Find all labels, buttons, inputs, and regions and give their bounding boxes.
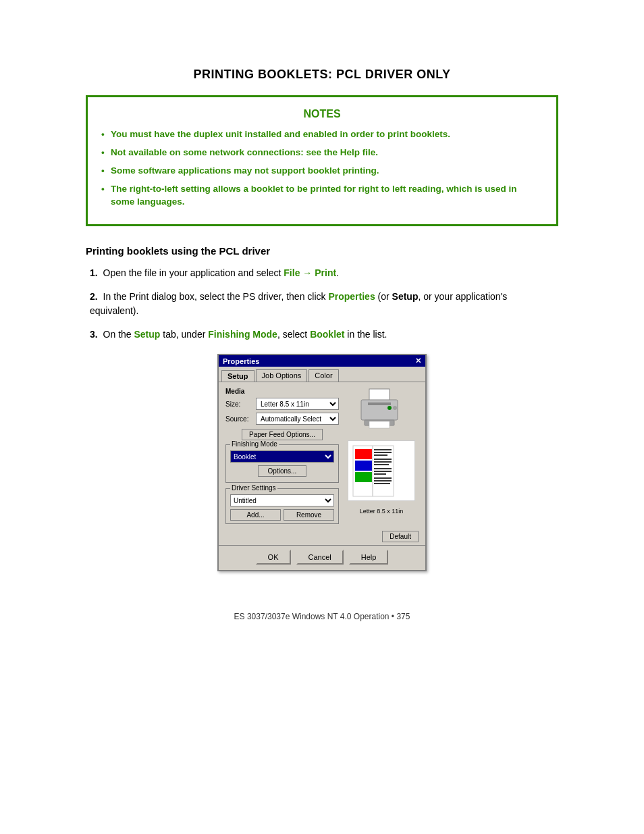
driver-settings-label: Driver Settings — [230, 484, 277, 492]
svg-rect-22 — [374, 483, 390, 484]
dialog-title: Properties — [223, 357, 259, 365]
dialog-content: Media Size: Letter 8.5 x 11in Source: Au… — [219, 382, 425, 529]
size-field-row: Size: Letter 8.5 x 11in — [225, 398, 339, 410]
page-footer: ES 3037/3037e Windows NT 4.0 Operation •… — [86, 612, 558, 642]
page-title: PRINTING BOOKLETS: PCL DRIVER ONLY — [86, 68, 558, 82]
step-3-num: 3. — [90, 329, 98, 340]
svg-point-6 — [393, 406, 397, 410]
steps-list: 1. Open the file in your application and… — [86, 266, 558, 342]
ok-button[interactable]: OK — [256, 550, 291, 565]
size-select[interactable]: Letter 8.5 x 11in — [256, 398, 339, 410]
dialog-footer: OK Cancel Help — [219, 545, 425, 570]
tab-color[interactable]: Color — [308, 369, 338, 382]
media-group-label: Media — [225, 388, 339, 395]
notes-heading: NOTES — [101, 108, 543, 120]
step-3-text-after: , select — [277, 329, 310, 340]
svg-rect-8 — [355, 449, 372, 459]
dialog-tabs: Setup Job Options Color — [219, 367, 425, 382]
dialog-wrapper: Properties ✕ Setup Job Options Color Med… — [86, 354, 558, 571]
finishing-mode-label: Finishing Mode — [230, 440, 279, 448]
svg-rect-2 — [368, 402, 391, 405]
svg-rect-12 — [374, 452, 392, 453]
svg-rect-20 — [374, 477, 392, 479]
note-item-4: The right-to-left setting allows a bookl… — [101, 183, 543, 209]
step-2: 2. In the Print dialog box, select the P… — [86, 290, 558, 318]
driver-select[interactable]: Untitled — [230, 494, 334, 506]
svg-rect-17 — [374, 468, 392, 469]
booklet-svg — [350, 442, 414, 500]
step-3: 3. On the Setup tab, under Finishing Mod… — [86, 328, 558, 342]
step-3-highlight3: Booklet — [310, 329, 344, 340]
remove-button[interactable]: Remove — [284, 509, 334, 521]
svg-rect-13 — [374, 454, 387, 456]
step-3-text-middle: tab, under — [160, 329, 208, 340]
step-2-text-middle: (or — [375, 291, 392, 302]
svg-rect-4 — [369, 421, 390, 428]
paper-feed-options-button[interactable]: Paper Feed Options... — [242, 429, 323, 440]
default-button[interactable]: Default — [382, 531, 419, 542]
step-1: 1. Open the file in your application and… — [86, 266, 558, 280]
svg-rect-10 — [355, 472, 372, 482]
step-2-highlight2: Setup — [392, 291, 419, 302]
step-2-highlight1: Properties — [328, 291, 375, 302]
paper-size-label: Letter 8.5 x 11in — [360, 508, 404, 515]
svg-rect-9 — [355, 461, 372, 471]
step-3-highlight1: Setup — [134, 329, 161, 340]
source-label: Source: — [225, 415, 256, 423]
svg-rect-15 — [374, 461, 392, 463]
svg-rect-14 — [374, 459, 392, 460]
driver-settings-group: Driver Settings Untitled Add... Remove — [225, 488, 339, 524]
booklet-image — [348, 440, 415, 501]
step-3-text-end: in the list. — [344, 329, 387, 340]
step-1-text-before: Open the file in your application and se… — [103, 267, 284, 278]
tab-setup[interactable]: Setup — [221, 370, 254, 382]
svg-rect-16 — [374, 464, 389, 465]
source-field-row: Source: Automatically Select — [225, 413, 339, 425]
note-item-2: Not available on some network connection… — [101, 147, 543, 159]
step-3-highlight2: Finishing Mode — [208, 329, 277, 340]
add-button[interactable]: Add... — [230, 509, 281, 521]
svg-rect-21 — [374, 480, 392, 481]
printer-svg — [354, 388, 408, 432]
dialog-right-panel: Letter 8.5 x 11in — [344, 388, 419, 524]
size-label: Size: — [225, 400, 256, 408]
tab-job-options[interactable]: Job Options — [256, 369, 308, 382]
cancel-button[interactable]: Cancel — [296, 550, 344, 565]
dialog-titlebar: Properties ✕ — [219, 355, 425, 367]
step-2-text-before: In the Print dialog box, select the PS d… — [103, 291, 329, 302]
help-button[interactable]: Help — [349, 550, 389, 565]
step-2-num: 2. — [90, 291, 98, 302]
dialog-box: Properties ✕ Setup Job Options Color Med… — [217, 354, 427, 571]
dialog-left-panel: Media Size: Letter 8.5 x 11in Source: Au… — [225, 388, 339, 524]
notes-box: NOTES You must have the duplex unit inst… — [86, 95, 558, 226]
svg-rect-11 — [374, 449, 392, 450]
options-button[interactable]: Options... — [258, 465, 307, 477]
dialog-close-icon[interactable]: ✕ — [415, 357, 421, 365]
finishing-mode-group: Finishing Mode Booklet Options... — [225, 444, 339, 483]
page-content: PRINTING BOOKLETS: PCL DRIVER ONLY NOTES… — [86, 68, 558, 642]
step-1-highlight: File → Print — [284, 267, 336, 278]
source-select[interactable]: Automatically Select — [256, 413, 339, 425]
step-1-text-after: . — [336, 267, 339, 278]
section-title: Printing booklets using the PCL driver — [86, 245, 558, 257]
svg-rect-18 — [374, 471, 392, 472]
booklet-select[interactable]: Booklet — [230, 450, 334, 463]
step-3-text-before: On the — [103, 329, 134, 340]
note-item-3: Some software applications may not suppo… — [101, 165, 543, 178]
driver-row: Untitled — [230, 494, 334, 506]
driver-buttons: Add... Remove — [230, 509, 334, 521]
svg-rect-19 — [374, 473, 386, 475]
note-item-1: You must have the duplex unit installed … — [101, 128, 543, 141]
printer-icon — [354, 388, 408, 435]
step-1-num: 1. — [90, 267, 98, 278]
notes-list: You must have the duplex unit installed … — [101, 128, 543, 208]
default-button-row: Default — [219, 529, 425, 545]
svg-point-5 — [387, 406, 392, 410]
